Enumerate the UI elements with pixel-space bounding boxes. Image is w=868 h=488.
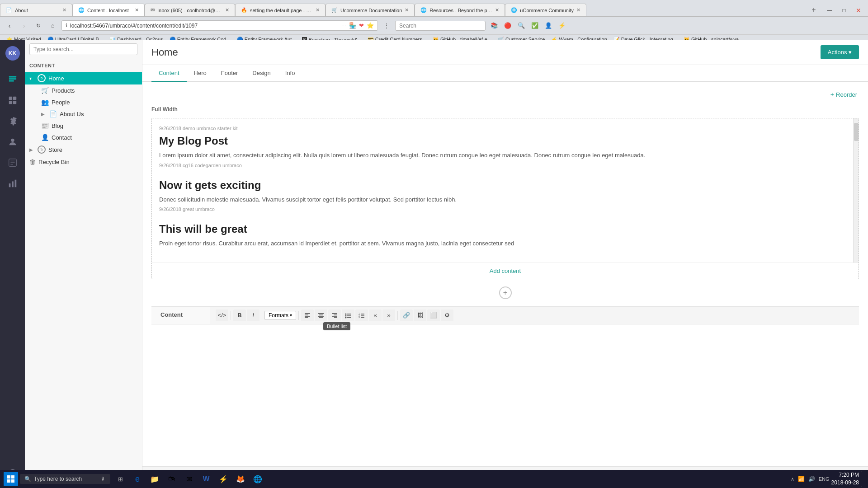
taskbar-vs-code[interactable]: ⚡ (215, 471, 231, 487)
rte-link-btn[interactable]: 🔗 (400, 310, 413, 321)
taskbar-mail[interactable]: ✉ (181, 471, 197, 487)
reports-nav-icon[interactable] (2, 174, 23, 193)
systray-network-icon[interactable]: 📶 (798, 476, 805, 482)
rte-align-left-btn[interactable] (301, 310, 314, 321)
rte-outdent-btn[interactable]: « (369, 310, 382, 321)
browser-search-input[interactable] (399, 23, 481, 29)
users-nav-icon[interactable] (2, 132, 23, 152)
extensions-button[interactable]: ⋮ (381, 20, 392, 32)
tab-design[interactable]: Design (245, 65, 278, 82)
taskbar-store[interactable]: 🛍 (164, 471, 180, 487)
tab-close-about[interactable]: ✕ (62, 7, 66, 13)
tab-inbox[interactable]: ✉ Inbox (605) - coolhotrod@gm... ✕ (145, 4, 235, 16)
toolbar-icon-3[interactable]: 🔍 (515, 20, 527, 32)
tree-item-products[interactable]: 🛒 Products (25, 84, 142, 96)
close-browser-button[interactable]: ✕ (853, 5, 864, 16)
rte-bullet-list-btn[interactable] (342, 310, 354, 321)
tab-setting[interactable]: 🔥 setting the default page - Usin... ✕ (235, 4, 326, 16)
tree-item-about-us[interactable]: ▶ 📄 About Us (25, 108, 142, 120)
tree-item-blog[interactable]: 📰 Blog (25, 120, 142, 131)
taskbar-task-view[interactable]: ⊞ (112, 471, 128, 487)
scroll-track[interactable] (853, 118, 859, 263)
address-text: localhost:54667/umbraco/#/content/conten… (70, 23, 339, 29)
tree-item-recycle-bin[interactable]: 🗑 Recycle Bin (25, 156, 142, 168)
rte-code-btn[interactable]: </> (216, 310, 228, 321)
maximize-button[interactable]: □ (838, 5, 850, 16)
svg-rect-1 (9, 78, 16, 80)
tab-close-content[interactable]: ✕ (135, 7, 139, 13)
tree-expand-store[interactable]: ▶ (29, 147, 35, 152)
blog-post-1: 9/26/2018 demo umbraco starter kit My Bl… (159, 126, 846, 168)
toolbar-icon-5[interactable]: 👤 (542, 20, 554, 32)
tab-about[interactable]: 📄 About ✕ (0, 4, 72, 16)
rte-italic-btn[interactable]: I (247, 310, 259, 321)
sidebar-search-input[interactable] (29, 43, 137, 55)
tab-content-localhost[interactable]: 🌐 Content - localhost ✕ (72, 4, 145, 16)
tab-resources[interactable]: 🌐 Resources - Beyond the platfor... ✕ (415, 4, 505, 16)
taskbar-show-desktop[interactable] (861, 471, 864, 487)
tree-item-store[interactable]: ▶ ↻ Store (25, 143, 142, 156)
minimize-button[interactable]: ─ (824, 5, 835, 16)
new-tab-button[interactable]: + (807, 4, 820, 16)
tab-hero[interactable]: Hero (187, 65, 214, 82)
tab-close-resources[interactable]: ✕ (495, 7, 499, 13)
taskbar-chrome[interactable]: 🌐 (250, 471, 266, 487)
taskbar-mic-icon[interactable]: 🎙 (100, 476, 106, 482)
reload-button[interactable]: ↻ (33, 20, 44, 32)
add-content-button[interactable]: Add content (152, 263, 859, 279)
tab-close-ucommerce[interactable]: ✕ (405, 7, 409, 13)
tab-ucommerce-docs[interactable]: 🛒 Ucommerce Documentation ✕ (326, 4, 415, 16)
tab-close-inbox[interactable]: ✕ (225, 7, 229, 13)
tab-content[interactable]: Content (151, 65, 187, 82)
toolbar-icon-4[interactable]: ✅ (529, 20, 541, 32)
rte-align-right-btn[interactable] (328, 310, 341, 321)
tab-footer[interactable]: Footer (214, 65, 245, 82)
forms-nav-icon[interactable] (2, 153, 23, 173)
systray-up-icon[interactable]: ∧ (791, 476, 794, 482)
taskbar-search-area[interactable]: 🔍 Type here to search 🎙 (20, 474, 110, 484)
browser-search-bar[interactable] (395, 21, 486, 31)
taskbar-word[interactable]: W (198, 471, 214, 487)
settings-nav-icon[interactable] (2, 111, 23, 131)
taskbar-clock[interactable]: 7:20 PM 2018-09-28 (831, 471, 859, 487)
add-row-button[interactable]: + (499, 286, 512, 299)
tab-close-community[interactable]: ✕ (576, 7, 580, 13)
toolbar-icon-2[interactable]: 🔴 (502, 20, 514, 32)
blog-post-3: This will be great Proin eget tortor ris… (159, 223, 846, 248)
media-nav-icon[interactable] (2, 90, 23, 110)
back-button[interactable]: ‹ (4, 20, 15, 32)
rte-align-center-btn[interactable] (315, 310, 327, 321)
rte-special-btn[interactable]: ⚙ (441, 310, 453, 321)
taskbar-edge[interactable]: e (129, 471, 146, 487)
user-avatar[interactable]: KK (5, 46, 20, 61)
toolbar-icon-6[interactable]: ⚡ (556, 20, 568, 32)
tab-info[interactable]: Info (278, 65, 302, 82)
systray-lang[interactable]: ENG (819, 476, 830, 482)
tab-community[interactable]: 🌐 uCommerce Community ✕ (505, 4, 586, 16)
main-header: Home Actions ▾ (142, 40, 868, 65)
tree-expand-home[interactable]: ▾ (29, 76, 35, 81)
rte-indent-btn[interactable]: » (382, 310, 395, 321)
home-button[interactable]: ⌂ (47, 20, 59, 32)
taskbar-file-explorer[interactable]: 📁 (146, 471, 163, 487)
reorder-button[interactable]: + Reorder (830, 91, 859, 98)
forward-button[interactable]: › (18, 20, 30, 32)
tree-expand-about[interactable]: ▶ (41, 112, 47, 117)
tree-item-people[interactable]: 👥 People (25, 96, 142, 108)
start-button[interactable] (4, 472, 18, 486)
tree-item-contact[interactable]: 👤 Contact (25, 131, 142, 143)
rte-bold-btn[interactable]: B (233, 310, 246, 321)
toolbar-icon-1[interactable]: 📚 (488, 20, 500, 32)
actions-button[interactable]: Actions ▾ (821, 45, 859, 59)
rte-image-btn[interactable]: 🖼 (414, 310, 426, 321)
tab-close-setting[interactable]: ✕ (316, 7, 320, 13)
scroll-thumb[interactable] (854, 123, 859, 141)
address-bar[interactable]: ℹ localhost:54667/umbraco/#/content/cont… (61, 20, 378, 31)
rte-embed-btn[interactable]: ⬜ (427, 310, 440, 321)
taskbar-firefox[interactable]: 🦊 (232, 471, 249, 487)
rte-numbered-list-btn[interactable]: 1.2.3. (355, 310, 368, 321)
rte-formats-dropdown[interactable]: Formats ▾ (264, 311, 296, 320)
tree-item-home[interactable]: ▾ ↻ Home (25, 72, 142, 84)
systray-volume-icon[interactable]: 🔊 (808, 476, 815, 482)
content-nav-icon[interactable] (2, 70, 23, 89)
